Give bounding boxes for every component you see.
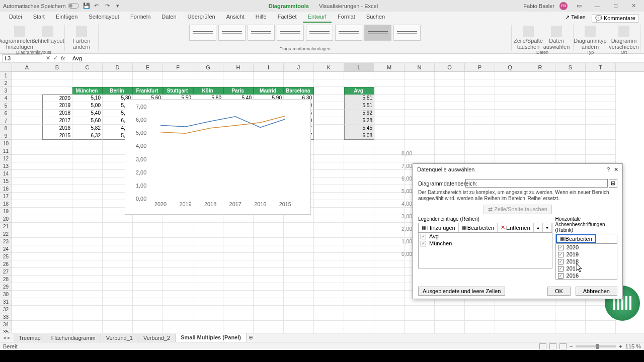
cell[interactable] xyxy=(435,110,465,117)
cell[interactable] xyxy=(284,230,314,238)
cell[interactable] xyxy=(435,155,465,162)
cell[interactable] xyxy=(314,87,344,95)
cell[interactable] xyxy=(586,117,616,125)
cell[interactable] xyxy=(12,321,42,328)
enter-formula-icon[interactable]: ✓ xyxy=(53,55,58,61)
select-all-corner[interactable] xyxy=(0,63,12,71)
cell[interactable] xyxy=(42,185,72,193)
cell[interactable] xyxy=(193,291,223,298)
cell[interactable] xyxy=(193,253,223,260)
hidden-cells-button[interactable]: Ausgeblendete und leere Zellen xyxy=(418,287,505,296)
cell[interactable] xyxy=(405,313,435,321)
tab-datei[interactable]: Datei xyxy=(4,12,27,23)
cell[interactable] xyxy=(525,72,555,79)
cell[interactable] xyxy=(133,223,163,230)
cell[interactable] xyxy=(42,162,72,170)
cell[interactable] xyxy=(193,276,223,283)
cell[interactable] xyxy=(103,79,133,87)
cell[interactable] xyxy=(12,170,42,177)
cell[interactable] xyxy=(344,162,374,170)
cell[interactable] xyxy=(42,147,72,155)
cell[interactable] xyxy=(133,253,163,260)
cell[interactable] xyxy=(72,283,103,291)
cell[interactable] xyxy=(254,306,284,313)
cell[interactable] xyxy=(133,276,163,283)
cell[interactable] xyxy=(314,313,344,321)
cell[interactable] xyxy=(344,268,374,276)
row-header[interactable]: 31 xyxy=(0,298,12,306)
cell[interactable] xyxy=(344,177,374,185)
chart-styles-gallery[interactable] xyxy=(189,25,421,41)
cell[interactable] xyxy=(254,283,284,291)
switch-row-col-button[interactable]: Zeile/Spalte tauschen xyxy=(515,25,542,50)
cell[interactable] xyxy=(314,253,344,260)
cell[interactable] xyxy=(163,328,193,333)
cell[interactable] xyxy=(344,208,374,215)
cell[interactable] xyxy=(435,321,465,328)
cell[interactable] xyxy=(284,215,314,223)
cell[interactable] xyxy=(374,87,405,95)
row-header[interactable]: 18 xyxy=(0,200,12,208)
cell[interactable] xyxy=(223,276,254,283)
cell[interactable] xyxy=(133,260,163,268)
cell[interactable] xyxy=(435,72,465,79)
select-data-button[interactable]: Daten auswählen xyxy=(543,25,570,50)
cell[interactable] xyxy=(12,306,42,313)
cell[interactable] xyxy=(193,238,223,245)
cell[interactable] xyxy=(133,72,163,79)
row-header[interactable]: 8 xyxy=(0,125,12,132)
worksheet-grid[interactable]: ABCDEFGHIJKLMNOPQRST 123MünchenBerlinFra… xyxy=(0,63,644,333)
cell[interactable] xyxy=(465,110,495,117)
row-header[interactable]: 30 xyxy=(0,291,12,298)
cell[interactable] xyxy=(586,102,616,110)
cell[interactable] xyxy=(374,79,405,87)
tab-formeln[interactable]: Formeln xyxy=(125,12,155,23)
cancel-button[interactable]: Abbrechen xyxy=(576,287,617,296)
cell[interactable]: 5,82 xyxy=(72,125,103,132)
cell[interactable] xyxy=(72,72,103,79)
cell[interactable] xyxy=(163,260,193,268)
cell[interactable] xyxy=(374,132,405,140)
cell[interactable] xyxy=(374,291,405,298)
cell[interactable] xyxy=(495,72,525,79)
cell[interactable] xyxy=(465,95,495,102)
cell[interactable] xyxy=(133,306,163,313)
cell[interactable] xyxy=(193,230,223,238)
cell[interactable] xyxy=(586,321,616,328)
cell[interactable] xyxy=(12,276,42,283)
cell[interactable] xyxy=(223,313,254,321)
cell[interactable] xyxy=(12,177,42,185)
row-header[interactable]: 17 xyxy=(0,193,12,200)
cell[interactable] xyxy=(193,313,223,321)
cell[interactable] xyxy=(374,223,405,230)
cell[interactable] xyxy=(42,140,72,147)
cell[interactable] xyxy=(314,170,344,177)
cell[interactable] xyxy=(42,276,72,283)
cell[interactable] xyxy=(193,245,223,253)
cell[interactable] xyxy=(344,193,374,200)
cell[interactable] xyxy=(103,238,133,245)
cell[interactable] xyxy=(314,140,344,147)
chart-style-3[interactable] xyxy=(248,25,275,41)
cell[interactable] xyxy=(193,79,223,87)
cell[interactable] xyxy=(374,170,405,177)
cell[interactable] xyxy=(223,253,254,260)
cell[interactable] xyxy=(314,147,344,155)
cell[interactable] xyxy=(344,321,374,328)
series-item[interactable]: ✓München xyxy=(419,240,552,247)
cell[interactable]: München xyxy=(72,87,103,95)
cell[interactable] xyxy=(525,328,555,333)
cell[interactable] xyxy=(42,215,72,223)
col-header[interactable]: H xyxy=(223,63,254,71)
cell[interactable] xyxy=(344,283,374,291)
cell[interactable]: 5,92 xyxy=(344,110,374,117)
cell[interactable] xyxy=(42,193,72,200)
cell[interactable] xyxy=(103,72,133,79)
cell[interactable] xyxy=(586,87,616,95)
cell[interactable] xyxy=(223,238,254,245)
move-chart-button[interactable]: Diagramm verschieben xyxy=(610,25,637,50)
cell[interactable] xyxy=(133,215,163,223)
cell[interactable] xyxy=(163,291,193,298)
cell[interactable] xyxy=(133,79,163,87)
cell[interactable] xyxy=(284,298,314,306)
